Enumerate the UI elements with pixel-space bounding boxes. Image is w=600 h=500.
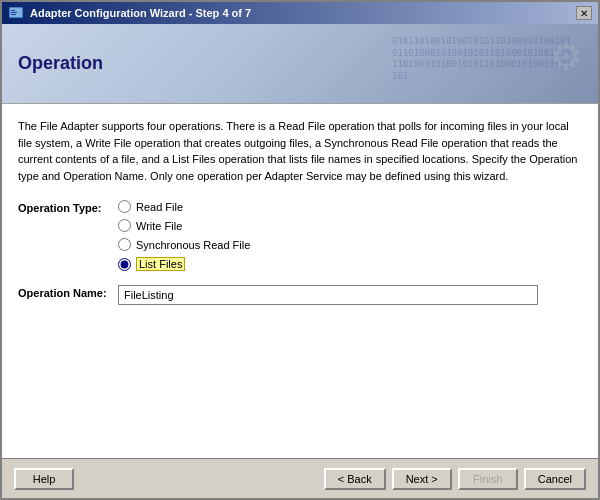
finish-button[interactable]: Finish (458, 468, 518, 490)
title-bar-text: Adapter Configuration Wizard - Step 4 of… (30, 7, 251, 19)
radio-group: Read File Write File Synchronous Read Fi… (118, 200, 250, 271)
radio-label-sync-read-file: Synchronous Read File (136, 239, 250, 251)
radio-sync-read-file[interactable] (118, 238, 131, 251)
content-area: The File Adapter supports four operation… (2, 104, 598, 458)
cancel-button[interactable]: Cancel (524, 468, 586, 490)
help-button[interactable]: Help (14, 468, 74, 490)
radio-read-file[interactable] (118, 200, 131, 213)
svg-rect-2 (11, 10, 15, 11)
radio-write-file[interactable] (118, 219, 131, 232)
wizard-footer: Help < Back Next > Finish Cancel (2, 458, 598, 498)
operation-name-label: Operation Name: (18, 285, 118, 299)
operation-name-input[interactable] (118, 285, 538, 305)
radio-item-sync-read[interactable]: Synchronous Read File (118, 238, 250, 251)
operation-name-group: Operation Name: (18, 285, 582, 305)
next-button[interactable]: Next > (392, 468, 452, 490)
operation-type-label: Operation Type: (18, 200, 118, 214)
radio-label-list-files: List Files (136, 257, 185, 271)
window-icon (8, 5, 24, 21)
wizard-window: Adapter Configuration Wizard - Step 4 of… (0, 0, 600, 500)
header-icon-area: 0101101001010010101101000101001010110100… (502, 36, 582, 91)
footer-left: Help (14, 468, 74, 490)
page-title: Operation (18, 53, 103, 74)
radio-item-read-file[interactable]: Read File (118, 200, 250, 213)
radio-label-read-file: Read File (136, 201, 183, 213)
operation-type-group: Operation Type: Read File Write File Syn… (18, 200, 582, 271)
radio-list-files[interactable] (118, 258, 131, 271)
title-bar-left: Adapter Configuration Wizard - Step 4 of… (8, 5, 251, 21)
wizard-header: Operation 010110100101001010110100010100… (2, 24, 598, 104)
back-button[interactable]: < Back (324, 468, 386, 490)
description-text: The File Adapter supports four operation… (18, 118, 582, 184)
gear-icon: ⚙ (550, 36, 582, 78)
radio-label-write-file: Write File (136, 220, 182, 232)
close-button[interactable]: ✕ (576, 6, 592, 20)
svg-rect-3 (11, 12, 17, 13)
header-decoration: 0101101001010010101101000101001010110100… (392, 36, 572, 91)
footer-right: < Back Next > Finish Cancel (324, 468, 586, 490)
title-bar: Adapter Configuration Wizard - Step 4 of… (2, 2, 598, 24)
svg-rect-4 (11, 14, 16, 15)
radio-item-write-file[interactable]: Write File (118, 219, 250, 232)
radio-item-list-files[interactable]: List Files (118, 257, 250, 271)
